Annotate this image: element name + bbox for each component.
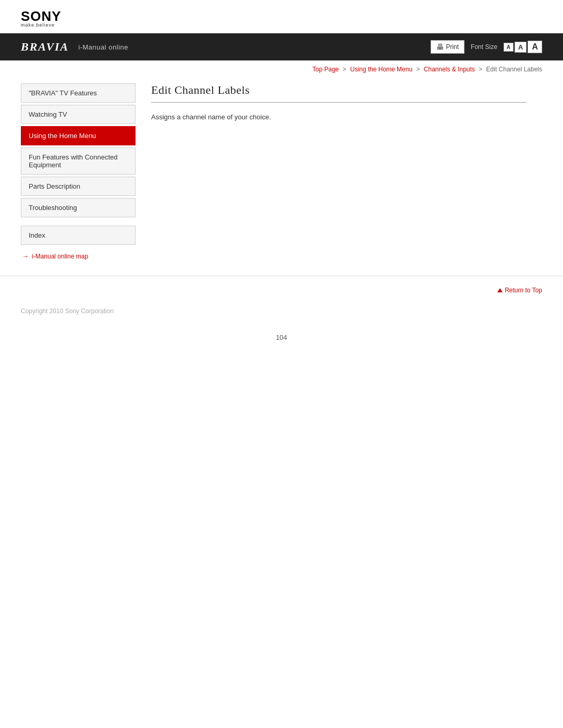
print-icon: 🖶 <box>436 43 444 51</box>
sidebar-divider <box>21 219 136 226</box>
breadcrumb-channels-inputs[interactable]: Channels & Inputs <box>424 66 475 73</box>
copyright-text: Copyright 2010 Sony Corporation <box>21 307 114 315</box>
font-size-small-button[interactable]: A <box>504 43 513 52</box>
breadcrumb: Top Page > Using the Home Menu > Channel… <box>0 60 563 78</box>
sidebar-item-watching-tv[interactable]: Watching TV <box>21 105 136 124</box>
print-label: Print <box>446 43 459 51</box>
bravia-left: BRAVIA i-Manual online <box>21 40 128 54</box>
arrow-right-icon: → <box>22 252 29 260</box>
breadcrumb-top-page[interactable]: Top Page <box>312 66 339 73</box>
sony-tagline: make.believe <box>21 23 542 28</box>
sidebar: "BRAVIA" TV Features Watching TV Using t… <box>21 83 136 260</box>
page-number: 104 <box>0 323 563 352</box>
breadcrumb-current: Edit Channel Labels <box>486 66 542 73</box>
print-button[interactable]: 🖶 Print <box>431 40 464 54</box>
return-to-top-link[interactable]: Return to Top <box>497 287 542 294</box>
page-title: Edit Channel Labels <box>151 83 527 103</box>
breadcrumb-home-menu[interactable]: Using the Home Menu <box>350 66 412 73</box>
triangle-up-icon <box>497 288 503 292</box>
bravia-subtitle: i-Manual online <box>78 43 128 51</box>
breadcrumb-separator-1: > <box>342 66 346 73</box>
return-to-top-label: Return to Top <box>505 287 542 294</box>
content-area: Edit Channel Labels Assigns a channel na… <box>136 78 542 260</box>
breadcrumb-separator-2: > <box>416 66 420 73</box>
font-size-large-button[interactable]: A <box>528 41 542 53</box>
sidebar-item-troubleshooting[interactable]: Troubleshooting <box>21 198 136 217</box>
font-size-medium-button[interactable]: A <box>515 42 527 53</box>
breadcrumb-separator-3: > <box>479 66 482 73</box>
sidebar-item-index[interactable]: Index <box>21 226 136 245</box>
return-to-top-row: Return to Top <box>0 276 563 299</box>
font-size-label: Font Size <box>471 43 497 51</box>
bravia-right: 🖶 Print Font Size A A A <box>431 40 542 54</box>
sony-wordmark: SONY <box>21 9 542 23</box>
font-size-buttons: A A A <box>504 41 542 53</box>
sidebar-item-fun-features[interactable]: Fun Features with Connected Equipment <box>21 147 136 175</box>
bravia-logo: BRAVIA <box>21 40 69 54</box>
bravia-bar: BRAVIA i-Manual online 🖶 Print Font Size… <box>0 33 563 60</box>
imanual-online-map-link[interactable]: → i-Manual online map <box>21 252 136 260</box>
page-description: Assigns a channel name of your choice. <box>151 112 527 123</box>
sidebar-item-bravia-features[interactable]: "BRAVIA" TV Features <box>21 83 136 103</box>
sidebar-item-parts-description[interactable]: Parts Description <box>21 177 136 196</box>
footer: Copyright 2010 Sony Corporation <box>0 299 563 323</box>
sony-logo: SONY make.believe <box>21 9 542 28</box>
main-layout: "BRAVIA" TV Features Watching TV Using t… <box>0 78 563 260</box>
sidebar-item-home-menu[interactable]: Using the Home Menu <box>21 126 136 145</box>
logo-bar: SONY make.believe <box>0 0 563 33</box>
